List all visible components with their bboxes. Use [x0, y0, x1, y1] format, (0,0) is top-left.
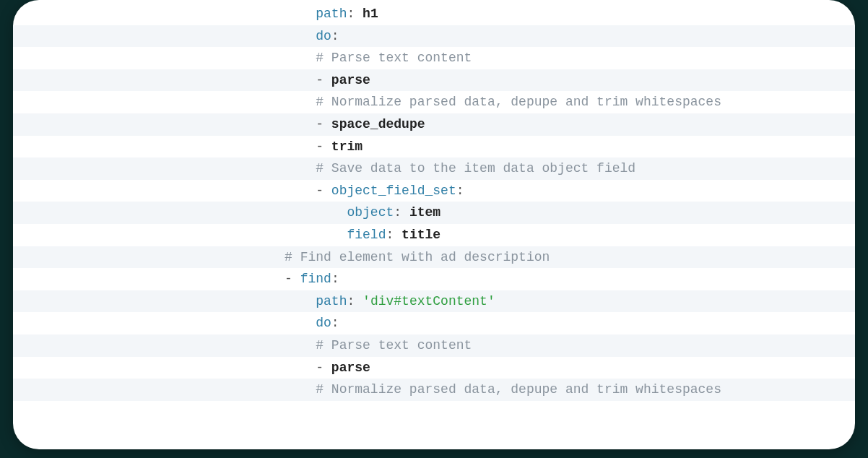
code-token-key: do	[316, 316, 331, 330]
code-token-val: space_dedupe	[331, 117, 425, 131]
code-token-val: parse	[331, 73, 370, 87]
code-token-comment: # Normalize parsed data, depupe and trim…	[316, 95, 721, 109]
code-line: # Find element with ad description	[13, 246, 855, 269]
code-card: path: h1 do: # Parse text content - pars…	[13, 0, 855, 449]
code-token-plain	[394, 228, 402, 242]
code-token-key: path	[316, 294, 347, 308]
code-block: path: h1 do: # Parse text content - pars…	[13, 3, 855, 444]
code-token-key: object	[347, 205, 394, 220]
code-token-punct: :	[331, 272, 339, 286]
code-line: # Parse text content	[13, 334, 855, 357]
code-token-val: trim	[331, 139, 363, 154]
code-token-punct: -	[316, 117, 331, 131]
code-token-key: path	[316, 7, 347, 21]
code-token-key: object_field_set	[331, 183, 456, 198]
code-line: field: title	[13, 224, 855, 246]
code-line: - parse	[13, 69, 855, 92]
code-token-plain	[402, 205, 409, 220]
code-token-comment: # Parse text content	[316, 338, 472, 353]
code-token-key: field	[347, 228, 386, 242]
code-token-comment: # Save data to the item data object fiel…	[316, 161, 635, 176]
code-token-punct: -	[316, 183, 331, 198]
code-token-key: do	[316, 29, 331, 43]
code-token-plain	[355, 7, 363, 21]
code-line: - find:	[13, 268, 855, 290]
code-line: - space_dedupe	[13, 113, 855, 136]
code-line: - trim	[13, 136, 855, 158]
code-token-punct: :	[347, 7, 355, 21]
code-token-comment: # Parse text content	[316, 51, 472, 65]
code-line: - object_field_set:	[13, 180, 855, 202]
code-token-val: title	[402, 228, 440, 242]
code-line: # Normalize parsed data, depupe and trim…	[13, 379, 855, 401]
code-token-punct: :	[347, 294, 355, 308]
code-token-comment: # Find element with ad description	[285, 250, 550, 264]
code-token-comment: # Normalize parsed data, depupe and trim…	[316, 382, 721, 397]
code-line: # Normalize parsed data, depupe and trim…	[13, 91, 855, 113]
code-line: path: 'div#textContent'	[13, 290, 855, 313]
code-token-val: item	[409, 205, 440, 220]
code-token-punct: :	[386, 228, 394, 242]
code-token-punct: -	[316, 360, 331, 375]
code-token-val: parse	[331, 360, 370, 375]
code-line: do:	[13, 25, 855, 48]
code-token-val: h1	[363, 7, 378, 21]
code-token-punct: :	[331, 316, 339, 330]
code-token-string: 'div#textContent'	[363, 294, 495, 308]
code-token-punct: :	[331, 29, 339, 43]
code-token-punct: :	[394, 205, 402, 220]
code-token-key: find	[300, 272, 331, 286]
code-token-punct: -	[285, 272, 300, 286]
code-line: path: h1	[13, 3, 855, 25]
code-line: # Parse text content	[13, 47, 855, 69]
code-token-punct: -	[316, 73, 331, 87]
code-line: object: item	[13, 202, 855, 224]
code-token-plain	[355, 294, 363, 308]
code-line: do:	[13, 312, 855, 334]
code-line: # Save data to the item data object fiel…	[13, 157, 855, 180]
code-token-punct: -	[316, 139, 331, 154]
code-token-punct: :	[456, 183, 464, 198]
code-line: - parse	[13, 357, 855, 379]
